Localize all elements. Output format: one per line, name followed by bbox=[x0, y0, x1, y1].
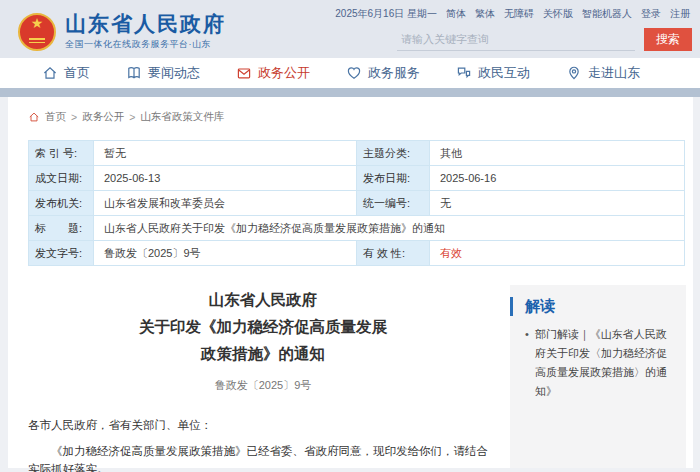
document-title: 山东省人民政府 关于印发《加力稳经济促高质量发展 政策措施》的通知 bbox=[28, 286, 498, 367]
nav-item-gov-services[interactable]: 政务服务 bbox=[346, 64, 420, 82]
meta-label-written-date: 成文日期: bbox=[29, 166, 94, 191]
document-number: 鲁政发〔2025〕9号 bbox=[28, 378, 498, 393]
meta-label-unified-number: 统一编号: bbox=[357, 191, 430, 216]
meta-value-doc-number: 鲁政发〔2025〕9号 bbox=[94, 241, 357, 266]
map-pin-icon bbox=[566, 65, 582, 81]
meta-value-publish-date: 2025-06-16 bbox=[430, 166, 685, 191]
interpretation-panel: 解读 部门解读｜《山东省人民政府关于印发〈加力稳经济促高质量发展政策措施〉的通知… bbox=[510, 285, 686, 468]
table-row: 发布机关: 山东省发展和改革委员会 统一编号: 无 bbox=[29, 191, 685, 216]
interpretation-title: 解读 bbox=[525, 297, 686, 316]
meta-value-validity: 有效 bbox=[430, 241, 685, 266]
main-nav: 首页 要闻动态 政务公开 政务服务 政民互动 走进山东 bbox=[0, 58, 700, 88]
book-icon bbox=[126, 65, 142, 81]
paragraph: 各市人民政府，省有关部门、单位： bbox=[28, 416, 498, 434]
nav-divider-band bbox=[0, 88, 700, 97]
breadcrumb-item-disclosure[interactable]: 政务公开 bbox=[82, 110, 124, 124]
topbar-link-simplified[interactable]: 简体 bbox=[446, 7, 466, 21]
meta-label-publish-date: 发布日期: bbox=[357, 166, 430, 191]
meta-label-index: 索 引 号: bbox=[29, 141, 94, 166]
meta-label-title: 标 题: bbox=[29, 216, 94, 241]
breadcrumb-item-home[interactable]: 首页 bbox=[45, 110, 66, 124]
site-subtitle: 全国一体化在线政务服务平台·山东 bbox=[65, 38, 226, 51]
home-icon bbox=[42, 65, 58, 81]
topbar-link-register[interactable]: 注册 bbox=[670, 7, 690, 21]
national-emblem-icon: ★ bbox=[18, 13, 56, 51]
meta-label-doc-number: 发文字号: bbox=[29, 241, 94, 266]
nav-item-about-shandong[interactable]: 走进山东 bbox=[566, 64, 640, 82]
topbar-link-login[interactable]: 登录 bbox=[641, 7, 661, 21]
site-title: 山东省人民政府 bbox=[65, 12, 226, 35]
table-row: 成文日期: 2025-06-13 发布日期: 2025-06-16 bbox=[29, 166, 685, 191]
topbar-link-accessibility[interactable]: 无障碍 bbox=[504, 7, 534, 21]
topbar-link-robot[interactable]: 智能机器人 bbox=[582, 7, 632, 21]
table-row: 索 引 号: 暂无 主题分类: 其他 bbox=[29, 141, 685, 166]
breadcrumb: 首页 > 政务公开 > 山东省政策文件库 bbox=[28, 110, 224, 124]
meta-label-validity: 有 效 性: bbox=[357, 241, 430, 266]
nav-item-gov-disclosure[interactable]: 政务公开 bbox=[236, 64, 310, 82]
home-icon bbox=[28, 111, 40, 123]
meta-value-written-date: 2025-06-13 bbox=[94, 166, 357, 191]
nav-item-interaction[interactable]: 政民互动 bbox=[456, 64, 530, 82]
search-input[interactable] bbox=[397, 29, 635, 51]
topbar: 2025年6月16日 星期一 简体 繁体 无障碍 关怀版 智能机器人 登录 注册 bbox=[335, 7, 690, 21]
topbar-link-traditional[interactable]: 繁体 bbox=[475, 7, 495, 21]
interpretation-link[interactable]: 部门解读｜《山东省人民政府关于印发〈加力稳经济促高质量发展政策措施〉的通知》 bbox=[525, 325, 674, 401]
breadcrumb-item-policy-library[interactable]: 山东省政策文件库 bbox=[140, 110, 224, 124]
chat-icon bbox=[456, 65, 472, 81]
meta-value-index: 暂无 bbox=[94, 141, 357, 166]
meta-value-unified-number: 无 bbox=[430, 191, 685, 216]
meta-value-issuing-agency: 山东省发展和改革委员会 bbox=[94, 191, 357, 216]
table-row: 发文字号: 鲁政发〔2025〕9号 有 效 性: 有效 bbox=[29, 241, 685, 266]
meta-label-issuing-agency: 发布机关: bbox=[29, 191, 94, 216]
document-body: 山东省人民政府 关于印发《加力稳经济促高质量发展 政策措施》的通知 鲁政发〔20… bbox=[28, 286, 498, 472]
nav-item-home[interactable]: 首页 bbox=[42, 64, 90, 82]
nav-item-news[interactable]: 要闻动态 bbox=[126, 64, 200, 82]
meta-label-category: 主题分类: bbox=[357, 141, 430, 166]
date-text: 2025年6月16日 星期一 bbox=[335, 7, 437, 21]
content-card: 首页 > 政务公开 > 山东省政策文件库 索 引 号: 暂无 主题分类: 其他 … bbox=[8, 97, 693, 468]
breadcrumb-separator: > bbox=[71, 111, 77, 123]
site-header: 2025年6月16日 星期一 简体 繁体 无障碍 关怀版 智能机器人 登录 注册… bbox=[0, 0, 700, 58]
topbar-link-care-version[interactable]: 关怀版 bbox=[543, 7, 573, 21]
breadcrumb-separator: > bbox=[129, 111, 135, 123]
document-meta-table: 索 引 号: 暂无 主题分类: 其他 成文日期: 2025-06-13 发布日期… bbox=[28, 140, 685, 266]
paragraph: 《加力稳经济促高质量发展政策措施》已经省委、省政府同意，现印发给你们，请结合实际… bbox=[28, 442, 498, 472]
search-bar: 搜索 bbox=[397, 28, 692, 51]
heart-icon bbox=[346, 65, 362, 81]
meta-value-category: 其他 bbox=[430, 141, 685, 166]
envelope-icon bbox=[236, 65, 252, 81]
table-row: 标 题: 山东省人民政府关于印发《加力稳经济促高质量发展政策措施》的通知 bbox=[29, 216, 685, 241]
meta-value-title: 山东省人民政府关于印发《加力稳经济促高质量发展政策措施》的通知 bbox=[94, 216, 685, 241]
site-logo[interactable]: ★ 山东省人民政府 全国一体化在线政务服务平台·山东 bbox=[18, 12, 226, 51]
page: 2025年6月16日 星期一 简体 繁体 无障碍 关怀版 智能机器人 登录 注册… bbox=[0, 0, 700, 472]
search-button[interactable]: 搜索 bbox=[644, 28, 692, 51]
